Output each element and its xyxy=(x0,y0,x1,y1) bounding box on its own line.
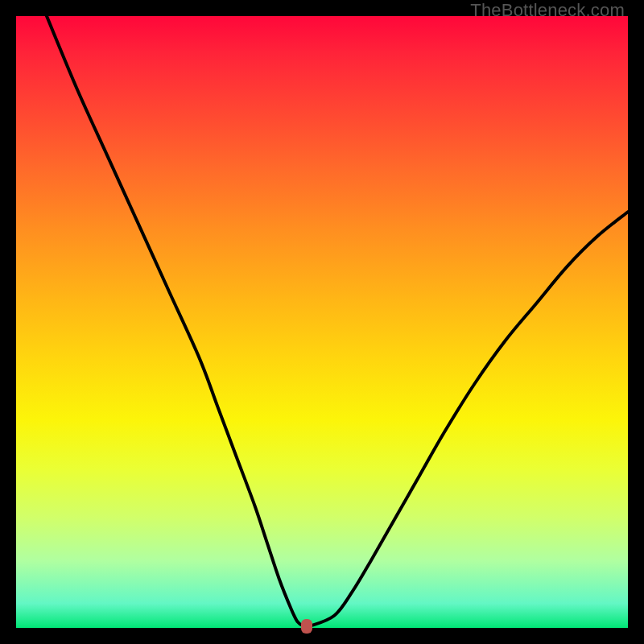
chart-frame: TheBottleneck.com xyxy=(0,0,644,644)
plot-area xyxy=(16,16,628,628)
watermark-label: TheBottleneck.com xyxy=(470,0,625,21)
minimum-marker xyxy=(301,619,312,634)
bottleneck-curve xyxy=(16,16,628,628)
